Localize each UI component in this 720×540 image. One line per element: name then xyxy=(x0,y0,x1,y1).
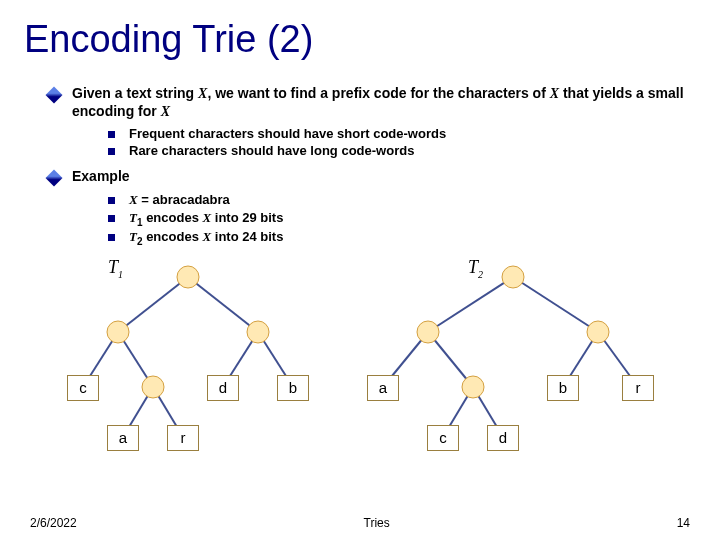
tree1-leaf-a: a xyxy=(107,425,139,451)
square-icon xyxy=(108,215,115,222)
diamond-icon xyxy=(46,170,63,187)
tree2-leaf-r: r xyxy=(622,375,654,401)
tree1-leaf-r: r xyxy=(167,425,199,451)
svg-line-0 xyxy=(118,277,188,332)
square-icon xyxy=(108,131,115,138)
footer-date: 2/6/2022 xyxy=(30,516,77,530)
bullet-1-text: Given a text string X, we want to find a… xyxy=(72,85,684,120)
svg-point-23 xyxy=(462,376,484,398)
svg-point-10 xyxy=(247,321,269,343)
sub-text: T2 encodes X into 24 bits xyxy=(129,229,283,247)
sub-text: Frequent characters should have short co… xyxy=(129,126,446,141)
bullet-2: Example xyxy=(48,168,684,186)
square-icon xyxy=(108,148,115,155)
svg-point-22 xyxy=(587,321,609,343)
slide-footer: 2/6/2022 Tries 14 xyxy=(0,516,720,530)
sub-item: T2 encodes X into 24 bits xyxy=(108,229,684,247)
bullet-2-subs: X = abracadabra T1 encodes X into 29 bit… xyxy=(108,192,684,247)
sub-item: T1 encodes X into 29 bits xyxy=(108,210,684,228)
tree2-leaf-c: c xyxy=(427,425,459,451)
square-icon xyxy=(108,197,115,204)
tree2-leaf-d: d xyxy=(487,425,519,451)
svg-point-21 xyxy=(417,321,439,343)
footer-center: Tries xyxy=(364,516,390,530)
sub-item: X = abracadabra xyxy=(108,192,684,208)
slide-body: Given a text string X, we want to find a… xyxy=(0,61,720,467)
bullet-1: Given a text string X, we want to find a… xyxy=(48,85,684,120)
tree1-leaf-b: b xyxy=(277,375,309,401)
svg-point-8 xyxy=(177,266,199,288)
svg-point-9 xyxy=(107,321,129,343)
svg-line-12 xyxy=(428,277,513,332)
footer-page: 14 xyxy=(677,516,690,530)
svg-point-20 xyxy=(502,266,524,288)
tree-diagrams: T1 c d b a r T2 xyxy=(48,257,684,467)
sub-text: Rare characters should have long code-wo… xyxy=(129,143,414,158)
svg-point-11 xyxy=(142,376,164,398)
sub-item: Frequent characters should have short co… xyxy=(108,126,684,141)
svg-line-1 xyxy=(188,277,258,332)
tree1-svg xyxy=(58,257,348,457)
tree2-leaf-a: a xyxy=(367,375,399,401)
tree1-leaf-c: c xyxy=(67,375,99,401)
slide-title: Encoding Trie (2) xyxy=(0,0,720,61)
sub-text: X = abracadabra xyxy=(129,192,230,208)
bullet-2-text: Example xyxy=(72,168,684,186)
sub-item: Rare characters should have long code-wo… xyxy=(108,143,684,158)
sub-text: T1 encodes X into 29 bits xyxy=(129,210,283,228)
bullet-1-subs: Frequent characters should have short co… xyxy=(108,126,684,158)
diamond-icon xyxy=(46,87,63,104)
tree1-leaf-d: d xyxy=(207,375,239,401)
svg-line-13 xyxy=(513,277,598,332)
square-icon xyxy=(108,234,115,241)
tree2-leaf-b: b xyxy=(547,375,579,401)
